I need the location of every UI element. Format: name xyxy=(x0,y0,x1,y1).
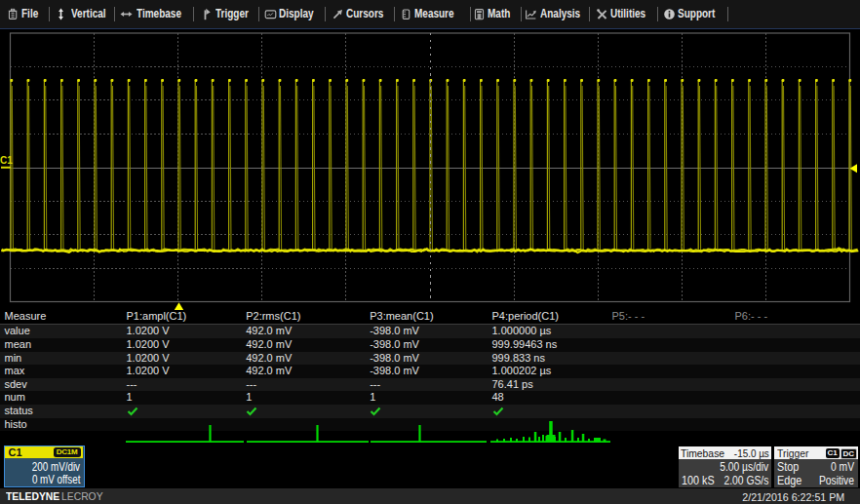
svg-text:C1: C1 xyxy=(0,155,13,166)
